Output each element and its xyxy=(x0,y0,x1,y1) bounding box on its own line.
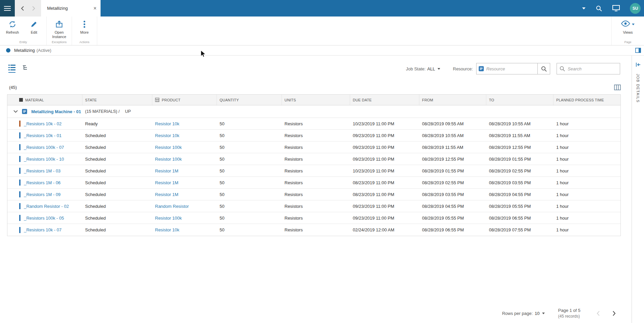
edit-button[interactable]: Edit xyxy=(23,19,45,35)
collapse-chevron-icon[interactable] xyxy=(13,110,18,113)
material-cell: _Resistors 1M - 09 xyxy=(7,191,82,197)
more-ellipsis-icon xyxy=(83,20,85,29)
hierarchy-view-toggle[interactable] xyxy=(22,65,29,73)
open-instance-button[interactable]: Open Instance xyxy=(48,19,70,39)
units-cell: Resistors xyxy=(282,145,350,150)
panel-toggle-icon[interactable] xyxy=(635,48,641,53)
magnifier-icon xyxy=(560,66,565,71)
monitor-icon[interactable] xyxy=(612,5,620,11)
edit-label: Edit xyxy=(31,30,37,35)
hamburger-menu-button[interactable] xyxy=(0,0,15,17)
resource-group-link[interactable]: Metallizing Machine - 01 xyxy=(31,109,81,114)
column-header-product[interactable]: PRODUCT xyxy=(152,95,217,105)
product-link[interactable]: Resistor 1M xyxy=(155,180,178,185)
to-cell: 08/28/2019 11:55 AM xyxy=(486,133,554,138)
previous-page-button[interactable] xyxy=(594,309,602,317)
job-details-panel-label[interactable]: JOB DETAILS xyxy=(636,74,640,103)
material-link[interactable]: _Resistors 100k - 05 xyxy=(24,216,64,221)
expand-panel-icon[interactable] xyxy=(636,62,641,67)
units-cell: Resistors xyxy=(282,227,350,232)
product-cell: Resistor 100k xyxy=(152,145,217,150)
search-icon[interactable] xyxy=(596,5,602,12)
column-picker-icon[interactable] xyxy=(614,85,621,90)
table-row[interactable]: _Resistors 1M - 06 Scheduled Resistor 1M… xyxy=(7,177,620,189)
open-instance-icon xyxy=(55,20,63,29)
product-link[interactable]: Resistor 1M xyxy=(155,168,178,173)
table-row[interactable]: _Resistors 100k - 10 Scheduled Resistor … xyxy=(7,153,620,165)
table-row[interactable]: _Resistors 100k - 05 Scheduled Resistor … xyxy=(7,212,620,224)
product-link[interactable]: Resistor 10k xyxy=(155,133,179,138)
filter-bar: Job State: ALL Resource: xyxy=(406,63,620,74)
material-link[interactable]: _Resistors 10k - 07 xyxy=(24,227,62,232)
resource-input[interactable] xyxy=(486,66,535,71)
column-header-units[interactable]: UNITS xyxy=(282,95,350,105)
product-grid-icon xyxy=(155,98,159,102)
table-row[interactable]: _Resistors 10k - 02 Ready Resistor 10k 5… xyxy=(7,118,620,130)
material-link[interactable]: _Resistors 100k - 10 xyxy=(24,157,64,162)
close-tab-icon[interactable]: × xyxy=(93,6,97,11)
table-row[interactable]: _Resistors 10k - 07 Scheduled Resistor 1… xyxy=(7,224,620,236)
rows-per-page-select[interactable]: Rows per page: 10 xyxy=(502,311,545,316)
ribbon-group-actions: More Actions xyxy=(72,17,97,45)
material-link[interactable]: _Random Resistor - 02 xyxy=(24,204,69,209)
rows-per-page-value: 10 xyxy=(535,311,539,316)
tab-strip: Metallizing × xyxy=(15,0,101,17)
material-link[interactable]: _Resistors 1M - 03 xyxy=(24,168,61,173)
material-link[interactable]: _Resistors 10k - 01 xyxy=(24,133,62,138)
planned-time-cell: 1 hour xyxy=(554,192,620,197)
table-row[interactable]: _Resistors 1M - 09 Scheduled Resistor 1M… xyxy=(7,189,620,200)
tab-metallizing[interactable]: Metallizing × xyxy=(41,0,101,17)
table-row[interactable]: _Resistors 1M - 03 Scheduled Resistor 1M… xyxy=(7,165,620,177)
table-row[interactable]: _Resistors 100k - 07 Scheduled Resistor … xyxy=(7,141,620,153)
material-cell: _Resistors 100k - 07 xyxy=(7,144,82,150)
search-input[interactable] xyxy=(568,66,617,71)
chevron-down-icon xyxy=(438,68,440,70)
column-header-due-date[interactable]: DUE DATE xyxy=(350,95,419,105)
resource-search-button[interactable] xyxy=(538,63,550,74)
avatar[interactable]: SU xyxy=(630,3,641,14)
resource-group-row[interactable]: Metallizing Machine - 01 (15 MATERIALS) … xyxy=(7,105,620,118)
views-button[interactable]: Views xyxy=(617,19,639,35)
tab-title: Metallizing xyxy=(47,6,93,11)
state-cell: Scheduled xyxy=(82,157,152,162)
column-label: DUE DATE xyxy=(353,98,372,102)
product-link[interactable]: Resistor 100k xyxy=(155,216,182,221)
material-link[interactable]: _Resistors 1M - 06 xyxy=(24,180,61,185)
back-button[interactable] xyxy=(19,5,26,12)
units-cell: Resistors xyxy=(282,204,350,209)
column-header-to[interactable]: TO xyxy=(486,95,554,105)
column-header-material[interactable]: MATERIAL xyxy=(7,95,82,105)
select-all-icon[interactable] xyxy=(19,98,23,102)
column-header-state[interactable]: STATE xyxy=(82,95,152,105)
product-link[interactable]: Resistor 10k xyxy=(155,121,179,126)
product-link[interactable]: Random Resistor xyxy=(155,204,189,209)
forward-button[interactable] xyxy=(30,5,37,12)
more-button[interactable]: More xyxy=(74,19,95,35)
state-cell: Scheduled xyxy=(82,216,152,221)
column-header-from[interactable]: FROM xyxy=(419,95,486,105)
product-link[interactable]: Resistor 100k xyxy=(155,157,182,162)
table-row[interactable]: _Resistors 10k - 01 Scheduled Resistor 1… xyxy=(7,130,620,141)
job-state-filter[interactable]: Job State: ALL xyxy=(406,66,440,71)
quantity-cell: 50 xyxy=(217,216,282,221)
from-cell: 08/28/2019 10:55 AM xyxy=(419,133,486,138)
workspace-dropdown-icon[interactable] xyxy=(582,7,585,9)
column-header-quantity[interactable]: QUANTITY xyxy=(217,95,282,105)
material-link[interactable]: _Resistors 1M - 09 xyxy=(24,192,61,197)
refresh-button[interactable]: Refresh xyxy=(2,19,23,35)
material-link[interactable]: _Resistors 10k - 02 xyxy=(24,121,62,126)
quantity-cell: 50 xyxy=(217,204,282,209)
product-link[interactable]: Resistor 1M xyxy=(155,192,178,197)
list-view-toggle[interactable] xyxy=(8,65,15,73)
topbar: Metallizing × SU xyxy=(0,0,644,17)
product-cell: Resistor 10k xyxy=(152,133,217,138)
table-row[interactable]: _Random Resistor - 02 Scheduled Random R… xyxy=(7,200,620,212)
column-label: QUANTITY xyxy=(220,98,239,102)
planned-time-cell: 1 hour xyxy=(554,133,620,138)
product-link[interactable]: Resistor 100k xyxy=(155,145,182,150)
column-header-planned-process-time[interactable]: PLANNED PROCESS TIME xyxy=(554,95,620,105)
material-link[interactable]: _Resistors 100k - 07 xyxy=(24,145,64,150)
next-page-button[interactable] xyxy=(610,309,618,317)
ribbon-group-exceptions: Open Instance Exceptions xyxy=(47,17,72,45)
product-link[interactable]: Resistor 10k xyxy=(155,227,179,232)
